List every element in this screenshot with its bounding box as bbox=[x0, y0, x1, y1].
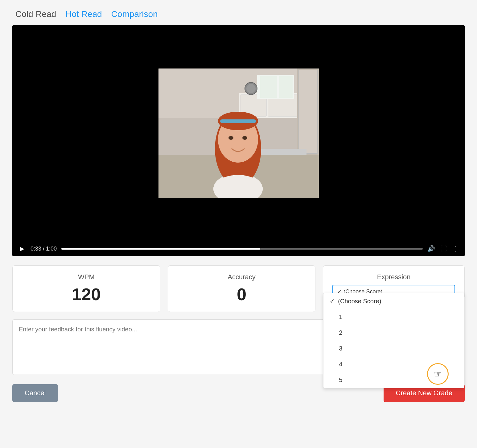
time-display: 0:33 / 1:00 bbox=[31, 246, 57, 252]
cancel-button[interactable]: Cancel bbox=[12, 384, 58, 402]
dropdown-item-5[interactable]: 5 ☞ bbox=[323, 372, 464, 388]
dropdown-item-2[interactable]: 2 bbox=[323, 325, 464, 341]
dropdown-item-label: (Choose Score) bbox=[338, 298, 381, 305]
video-controls-bar: ▶ 0:33 / 1:00 🔊 ⛶ ⋮ bbox=[12, 241, 465, 256]
dropdown-label-2: 2 bbox=[339, 329, 342, 336]
metrics-row: WPM 120 Accuracy 0 Expression ✓ (Choose … bbox=[12, 265, 465, 312]
feedback-textarea[interactable] bbox=[12, 319, 334, 375]
video-player: ▶ 0:33 / 1:00 🔊 ⛶ ⋮ bbox=[12, 25, 465, 256]
svg-point-22 bbox=[242, 136, 247, 140]
progress-fill bbox=[61, 248, 260, 250]
volume-icon[interactable]: 🔊 bbox=[427, 245, 435, 252]
video-content bbox=[158, 68, 319, 198]
dropdown-item-1[interactable]: 1 bbox=[323, 309, 464, 325]
dropdown-label-3: 3 bbox=[339, 345, 342, 352]
wpm-value: 120 bbox=[25, 284, 148, 304]
dropdown-label-1: 1 bbox=[339, 313, 342, 321]
svg-rect-6 bbox=[260, 76, 277, 98]
accuracy-label: Accuracy bbox=[180, 273, 303, 281]
tab-hot-read[interactable]: Hot Read bbox=[65, 9, 102, 19]
cursor-ring-decoration: ☞ bbox=[427, 363, 449, 385]
svg-point-13 bbox=[246, 84, 256, 93]
fullscreen-icon[interactable]: ⛶ bbox=[441, 245, 447, 252]
progress-bar[interactable] bbox=[61, 248, 423, 250]
expression-card: Expression ✓ (Choose Score) 1 2 3 4 5 ✓ … bbox=[323, 265, 465, 299]
expression-label: Expression bbox=[332, 273, 455, 281]
tab-cold-read[interactable]: Cold Read bbox=[15, 9, 56, 19]
wpm-card: WPM 120 bbox=[12, 265, 160, 312]
play-button[interactable]: ▶ bbox=[19, 245, 26, 252]
video-frame bbox=[158, 68, 319, 198]
expression-dropdown: ✓ (Choose Score) 1 2 3 4 5 bbox=[323, 293, 464, 388]
dropdown-item-choose[interactable]: ✓ (Choose Score) bbox=[323, 293, 464, 309]
accuracy-value: 0 bbox=[180, 284, 303, 304]
accuracy-card: Accuracy 0 bbox=[168, 265, 316, 312]
dropdown-label-5: 5 bbox=[339, 376, 342, 384]
tab-navigation: Cold Read Hot Read Comparison bbox=[12, 9, 465, 19]
check-icon: ✓ bbox=[330, 297, 335, 305]
wpm-label: WPM bbox=[25, 273, 148, 281]
video-screen bbox=[12, 25, 465, 241]
dropdown-item-3[interactable]: 3 bbox=[323, 341, 464, 356]
svg-rect-20 bbox=[220, 119, 256, 123]
cursor-hand-icon: ☞ bbox=[434, 369, 442, 380]
dropdown-label-4: 4 bbox=[339, 361, 342, 368]
svg-point-21 bbox=[228, 136, 233, 140]
svg-rect-7 bbox=[279, 76, 293, 98]
tab-comparison[interactable]: Comparison bbox=[111, 9, 158, 19]
more-options-icon[interactable]: ⋮ bbox=[452, 245, 458, 252]
control-icons: 🔊 ⛶ ⋮ bbox=[427, 245, 458, 252]
video-thumbnail bbox=[158, 68, 319, 198]
svg-rect-9 bbox=[299, 70, 317, 153]
